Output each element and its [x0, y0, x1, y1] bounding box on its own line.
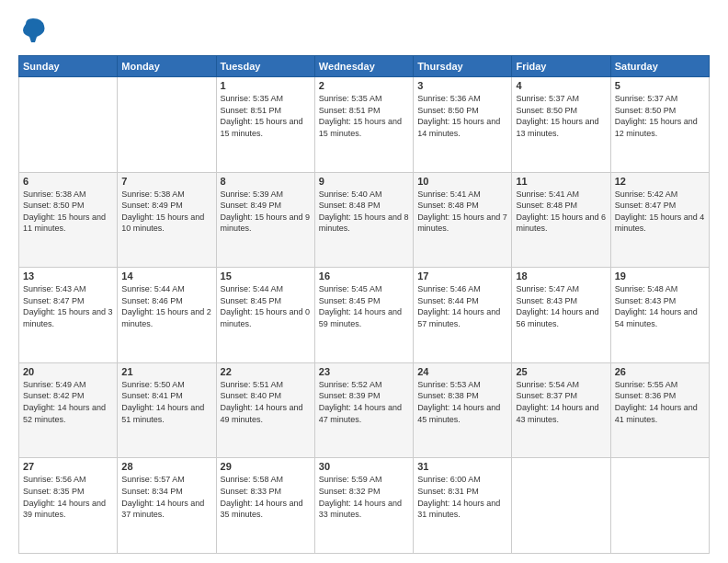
calendar-cell: 29Sunrise: 5:58 AMSunset: 8:33 PMDayligh… — [216, 458, 314, 554]
day-info: Sunrise: 5:36 AMSunset: 8:50 PMDaylight:… — [417, 93, 507, 139]
day-number: 25 — [516, 366, 606, 377]
calendar-cell — [512, 458, 610, 554]
calendar-cell: 6Sunrise: 5:38 AMSunset: 8:50 PMDaylight… — [19, 172, 118, 268]
calendar-cell: 12Sunrise: 5:42 AMSunset: 8:47 PMDayligh… — [610, 172, 709, 268]
calendar-cell: 26Sunrise: 5:55 AMSunset: 8:36 PMDayligh… — [610, 362, 709, 458]
calendar-cell: 25Sunrise: 5:54 AMSunset: 8:37 PMDayligh… — [512, 362, 610, 458]
calendar-cell: 3Sunrise: 5:36 AMSunset: 8:50 PMDaylight… — [414, 77, 512, 173]
day-info: Sunrise: 5:59 AMSunset: 8:32 PMDaylight:… — [319, 474, 409, 520]
calendar-cell: 20Sunrise: 5:49 AMSunset: 8:42 PMDayligh… — [19, 362, 118, 458]
day-number: 17 — [417, 270, 507, 282]
day-info: Sunrise: 5:40 AMSunset: 8:48 PMDaylight:… — [319, 189, 409, 235]
day-number: 11 — [516, 176, 606, 187]
day-number: 16 — [319, 270, 409, 282]
day-info: Sunrise: 5:41 AMSunset: 8:48 PMDaylight:… — [417, 189, 507, 235]
page: SundayMondayTuesdayWednesdayThursdayFrid… — [0, 0, 728, 563]
calendar-week-row: 20Sunrise: 5:49 AMSunset: 8:42 PMDayligh… — [19, 362, 710, 458]
calendar-cell: 19Sunrise: 5:48 AMSunset: 8:43 PMDayligh… — [610, 268, 709, 363]
day-info: Sunrise: 6:00 AMSunset: 8:31 PMDaylight:… — [417, 474, 507, 520]
day-info: Sunrise: 5:56 AMSunset: 8:35 PMDaylight:… — [23, 474, 113, 520]
day-number: 9 — [319, 176, 409, 187]
day-number: 28 — [121, 461, 211, 472]
calendar-cell: 27Sunrise: 5:56 AMSunset: 8:35 PMDayligh… — [19, 458, 118, 554]
calendar-cell: 23Sunrise: 5:52 AMSunset: 8:39 PMDayligh… — [314, 362, 413, 458]
weekday-header: Monday — [118, 56, 216, 77]
calendar-cell: 4Sunrise: 5:37 AMSunset: 8:50 PMDaylight… — [512, 77, 610, 173]
calendar-cell: 8Sunrise: 5:39 AMSunset: 8:49 PMDaylight… — [216, 172, 314, 268]
day-number: 30 — [319, 461, 409, 472]
weekday-header: Thursday — [414, 56, 512, 77]
day-number: 12 — [615, 176, 705, 187]
calendar-cell: 21Sunrise: 5:50 AMSunset: 8:41 PMDayligh… — [118, 362, 216, 458]
calendar-week-row: 13Sunrise: 5:43 AMSunset: 8:47 PMDayligh… — [19, 268, 710, 363]
weekday-header-row: SundayMondayTuesdayWednesdayThursdayFrid… — [19, 56, 710, 77]
day-number: 4 — [516, 80, 606, 91]
day-info: Sunrise: 5:38 AMSunset: 8:50 PMDaylight:… — [23, 189, 113, 235]
calendar-cell: 16Sunrise: 5:45 AMSunset: 8:45 PMDayligh… — [314, 268, 413, 363]
calendar-cell: 1Sunrise: 5:35 AMSunset: 8:51 PMDaylight… — [216, 77, 314, 173]
day-number: 23 — [319, 366, 409, 377]
day-info: Sunrise: 5:41 AMSunset: 8:48 PMDaylight:… — [516, 189, 606, 235]
day-number: 6 — [23, 176, 113, 187]
day-info: Sunrise: 5:38 AMSunset: 8:49 PMDaylight:… — [121, 189, 211, 235]
calendar-cell: 11Sunrise: 5:41 AMSunset: 8:48 PMDayligh… — [512, 172, 610, 268]
day-info: Sunrise: 5:35 AMSunset: 8:51 PMDaylight:… — [319, 93, 409, 139]
day-number: 21 — [121, 366, 211, 377]
day-info: Sunrise: 5:44 AMSunset: 8:45 PMDaylight:… — [221, 283, 311, 329]
calendar-cell: 5Sunrise: 5:37 AMSunset: 8:50 PMDaylight… — [610, 77, 709, 173]
day-number: 31 — [417, 461, 507, 472]
day-info: Sunrise: 5:43 AMSunset: 8:47 PMDaylight:… — [23, 283, 113, 329]
day-info: Sunrise: 5:39 AMSunset: 8:49 PMDaylight:… — [221, 189, 311, 235]
day-info: Sunrise: 5:37 AMSunset: 8:50 PMDaylight:… — [516, 93, 606, 139]
calendar-week-row: 27Sunrise: 5:56 AMSunset: 8:35 PMDayligh… — [19, 458, 710, 554]
day-info: Sunrise: 5:55 AMSunset: 8:36 PMDaylight:… — [615, 379, 705, 425]
logo-icon — [18, 17, 48, 46]
day-number: 8 — [221, 176, 311, 187]
day-number: 10 — [417, 176, 507, 187]
day-info: Sunrise: 5:35 AMSunset: 8:51 PMDaylight:… — [221, 93, 311, 139]
calendar-cell: 22Sunrise: 5:51 AMSunset: 8:40 PMDayligh… — [216, 362, 314, 458]
calendar-table: SundayMondayTuesdayWednesdayThursdayFrid… — [18, 55, 710, 554]
calendar-cell: 2Sunrise: 5:35 AMSunset: 8:51 PMDaylight… — [314, 77, 413, 173]
day-info: Sunrise: 5:54 AMSunset: 8:37 PMDaylight:… — [516, 379, 606, 425]
day-number: 18 — [516, 270, 606, 282]
day-info: Sunrise: 5:50 AMSunset: 8:41 PMDaylight:… — [121, 379, 211, 425]
calendar-cell: 14Sunrise: 5:44 AMSunset: 8:46 PMDayligh… — [118, 268, 216, 363]
calendar-week-row: 6Sunrise: 5:38 AMSunset: 8:50 PMDaylight… — [19, 172, 710, 268]
calendar-cell: 30Sunrise: 5:59 AMSunset: 8:32 PMDayligh… — [314, 458, 413, 554]
day-number: 15 — [221, 270, 311, 282]
day-number: 1 — [221, 80, 311, 91]
weekday-header: Wednesday — [314, 56, 413, 77]
day-number: 7 — [121, 176, 211, 187]
day-info: Sunrise: 5:44 AMSunset: 8:46 PMDaylight:… — [121, 283, 211, 329]
calendar-cell: 9Sunrise: 5:40 AMSunset: 8:48 PMDaylight… — [314, 172, 413, 268]
calendar-cell: 28Sunrise: 5:57 AMSunset: 8:34 PMDayligh… — [118, 458, 216, 554]
day-number: 3 — [417, 80, 507, 91]
calendar-cell: 15Sunrise: 5:44 AMSunset: 8:45 PMDayligh… — [216, 268, 314, 363]
calendar-cell: 24Sunrise: 5:53 AMSunset: 8:38 PMDayligh… — [414, 362, 512, 458]
logo — [18, 17, 53, 46]
day-info: Sunrise: 5:37 AMSunset: 8:50 PMDaylight:… — [615, 93, 705, 139]
day-number: 29 — [221, 461, 311, 472]
weekday-header: Saturday — [610, 56, 709, 77]
day-number: 24 — [417, 366, 507, 377]
calendar-cell: 10Sunrise: 5:41 AMSunset: 8:48 PMDayligh… — [414, 172, 512, 268]
calendar-cell — [610, 458, 709, 554]
day-number: 5 — [615, 80, 705, 91]
calendar-cell — [118, 77, 216, 173]
day-info: Sunrise: 5:57 AMSunset: 8:34 PMDaylight:… — [121, 474, 211, 520]
day-number: 20 — [23, 366, 113, 377]
day-info: Sunrise: 5:53 AMSunset: 8:38 PMDaylight:… — [417, 379, 507, 425]
day-info: Sunrise: 5:51 AMSunset: 8:40 PMDaylight:… — [221, 379, 311, 425]
day-number: 26 — [615, 366, 705, 377]
calendar-cell: 7Sunrise: 5:38 AMSunset: 8:49 PMDaylight… — [118, 172, 216, 268]
header — [18, 17, 710, 46]
day-info: Sunrise: 5:42 AMSunset: 8:47 PMDaylight:… — [615, 189, 705, 235]
weekday-header: Friday — [512, 56, 610, 77]
day-number: 27 — [23, 461, 113, 472]
weekday-header: Tuesday — [216, 56, 314, 77]
weekday-header: Sunday — [19, 56, 118, 77]
day-number: 2 — [319, 80, 409, 91]
day-info: Sunrise: 5:47 AMSunset: 8:43 PMDaylight:… — [516, 283, 606, 329]
calendar-cell: 17Sunrise: 5:46 AMSunset: 8:44 PMDayligh… — [414, 268, 512, 363]
